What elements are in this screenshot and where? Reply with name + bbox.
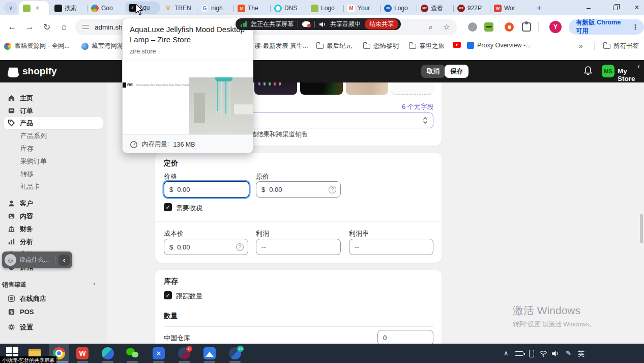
bookmark-proxy[interactable]: Proxy Overview -... bbox=[467, 42, 531, 49]
notifications-bell-icon[interactable] bbox=[583, 66, 593, 76]
forward-icon[interactable]: → bbox=[23, 21, 36, 33]
sidebar-item-collections[interactable]: 产品系列 bbox=[20, 131, 47, 141]
tab-close-icon[interactable]: × bbox=[36, 5, 39, 12]
bookmark-all-bookmarks[interactable]: 所有书签 bbox=[603, 42, 639, 50]
window-minimize-button[interactable]: – bbox=[577, 0, 600, 15]
scrollbar-thumb[interactable] bbox=[640, 214, 643, 243]
bookmark-folder-taitan[interactable]: 泰坦之旅 bbox=[409, 42, 445, 50]
teal-app-icon[interactable] bbox=[102, 347, 114, 359]
cloud-record-icon[interactable] bbox=[302, 21, 310, 27]
widget-collapse-button[interactable]: ‹ bbox=[58, 255, 70, 266]
sidebar-item-content[interactable]: 内容 bbox=[4, 210, 103, 222]
window-close-button[interactable]: × bbox=[626, 0, 644, 15]
search-icon[interactable]: ⌕ bbox=[425, 21, 437, 33]
extensions-puzzle-icon[interactable] bbox=[522, 22, 531, 32]
bookmark-star-icon[interactable]: ☆ bbox=[441, 21, 453, 33]
site-info-icon[interactable] bbox=[82, 25, 89, 29]
more-menu-icon[interactable]: ⋮ bbox=[632, 23, 639, 31]
tab-logo2[interactable]: 68Logo bbox=[380, 1, 417, 15]
tab-label: TREN bbox=[174, 5, 191, 12]
sidebar-item-pos[interactable]: $POS bbox=[4, 305, 103, 318]
assistant-avatar[interactable]: ☺ bbox=[5, 254, 16, 266]
track-quantity-checkbox[interactable]: ✓ bbox=[164, 291, 172, 299]
sidebar-item-finances[interactable]: 财务 bbox=[4, 222, 103, 235]
profit-input[interactable]: -- bbox=[256, 239, 341, 255]
sidebar-item-orders[interactable]: 订单 bbox=[4, 104, 103, 117]
sidebar-item-purchase-orders[interactable]: 采购订单 bbox=[20, 157, 47, 166]
cancel-button[interactable]: 取消 bbox=[421, 65, 445, 78]
sidebar-item-settings[interactable]: 设置 bbox=[4, 321, 103, 333]
new-tab-button[interactable]: + bbox=[533, 2, 545, 14]
home-icon[interactable]: ⌂ bbox=[58, 21, 70, 33]
compare-price-input[interactable]: $0.00 ? bbox=[256, 181, 341, 198]
tab-dns[interactable]: DNS bbox=[271, 1, 307, 15]
help-question-icon[interactable]: ? bbox=[329, 186, 336, 193]
tab-the[interactable]: UThe bbox=[234, 1, 271, 15]
bookmark-cangbaowan[interactable]: 藏宝湾网游 bbox=[81, 42, 124, 50]
phone-icon[interactable] bbox=[529, 350, 534, 357]
store-avatar[interactable]: MS bbox=[602, 65, 614, 77]
extension-gray-icon[interactable] bbox=[468, 22, 477, 32]
tab-922p[interactable]: 922922P bbox=[454, 1, 490, 15]
chat-input-placeholder[interactable]: 说点什么... bbox=[19, 256, 52, 264]
tab-logo1[interactable]: Logo bbox=[307, 1, 344, 15]
sidebar-item-home[interactable]: 主页 bbox=[4, 92, 103, 104]
tray-chevron-icon[interactable]: ∧ bbox=[504, 349, 509, 357]
tab-label: DNS bbox=[284, 5, 297, 12]
sidebar-item-online-store[interactable]: 在线商店 bbox=[4, 292, 103, 305]
tab-goo[interactable]: Goo bbox=[87, 1, 124, 15]
collapse-chevron-icon[interactable]: ‹ bbox=[637, 62, 640, 70]
volume-icon[interactable] bbox=[551, 350, 559, 357]
tab-your[interactable]: MYour bbox=[344, 1, 380, 15]
bookmark-folder-zuihou[interactable]: 最后纪元 bbox=[316, 42, 352, 50]
profile-avatar[interactable]: Y bbox=[549, 21, 562, 33]
app-with-badge-8-icon[interactable]: 8 bbox=[178, 347, 190, 359]
store-name[interactable]: My Store bbox=[618, 67, 644, 82]
tax-checkbox[interactable]: ✓ bbox=[164, 203, 172, 211]
metafields-link[interactable]: 6 个元字段 bbox=[402, 102, 434, 111]
ime-indicator[interactable]: 英 bbox=[578, 349, 584, 358]
window-restore-button[interactable] bbox=[604, 0, 626, 15]
sidebar-item-customers[interactable]: 客户 bbox=[4, 197, 103, 210]
pen-icon[interactable]: ✎ bbox=[566, 349, 571, 357]
extension-green-icon[interactable] bbox=[484, 22, 493, 32]
price-input[interactable]: $0.00 bbox=[164, 181, 249, 198]
blue-m-app-icon[interactable] bbox=[203, 347, 216, 359]
battery-icon[interactable] bbox=[515, 351, 523, 356]
wifi-icon[interactable] bbox=[539, 350, 547, 357]
save-button[interactable]: 保存 bbox=[445, 65, 469, 78]
tab-sousuo[interactable]: 搜索 bbox=[51, 1, 87, 15]
sidebar-item-transfers[interactable]: 转移 bbox=[20, 170, 34, 179]
help-question-icon[interactable]: ? bbox=[236, 243, 244, 251]
tab-nigh[interactable]: Gnigh bbox=[197, 1, 234, 15]
wps-icon[interactable]: W bbox=[76, 347, 89, 359]
wechat-icon[interactable] bbox=[126, 347, 138, 359]
sidebar-item-inventory[interactable]: 库存 bbox=[20, 144, 34, 153]
bookmark-folder-kongbu[interactable]: 恐怖黎明 bbox=[363, 42, 399, 50]
tab-search-button[interactable]: ∨ bbox=[4, 2, 17, 13]
extension-orange-icon[interactable] bbox=[505, 22, 514, 32]
tab-tren[interactable]: VTREN bbox=[161, 1, 197, 15]
back-icon[interactable]: ← bbox=[6, 21, 18, 33]
stop-sharing-button[interactable]: 结束共享 bbox=[365, 19, 398, 30]
sidebar-item-products[interactable]: 产品 bbox=[4, 117, 103, 129]
tab-wor[interactable]: WWor bbox=[490, 1, 527, 15]
reload-icon[interactable]: ↻ bbox=[41, 21, 53, 33]
app-with-badge-15-icon[interactable]: 15 bbox=[229, 347, 241, 359]
bookmarks-overflow-button[interactable]: » bbox=[579, 42, 583, 50]
tab-chakan[interactable]: 922查看 bbox=[417, 1, 454, 15]
sidebar-item-analytics[interactable]: 分析 bbox=[4, 235, 103, 248]
bookmark-fragment[interactable]: 读-最新发表 真牛... bbox=[254, 42, 308, 50]
blue-x-app-icon[interactable]: ✕ bbox=[153, 347, 165, 359]
tax-checkbox-label[interactable]: 需要收税 bbox=[176, 204, 202, 213]
chrome-update-chip[interactable]: 有新版 Chrome 可用 ⋮ bbox=[569, 19, 644, 35]
bookmark-xuegao[interactable]: 雪糕资源网 - 全网... bbox=[4, 42, 70, 50]
tab-active-shopify[interactable]: × bbox=[19, 1, 49, 15]
sidebar-item-gift-cards[interactable]: 礼品卡 bbox=[20, 182, 40, 191]
cost-input[interactable]: $0.00 ? bbox=[164, 239, 248, 255]
bookmark-youtube[interactable] bbox=[453, 42, 461, 48]
margin-input[interactable]: -- bbox=[349, 239, 433, 255]
url-text[interactable]: admin.sh bbox=[95, 23, 123, 31]
channels-chevron-icon[interactable]: › bbox=[93, 280, 95, 287]
track-quantity-label[interactable]: 跟踪数量 bbox=[176, 292, 202, 301]
